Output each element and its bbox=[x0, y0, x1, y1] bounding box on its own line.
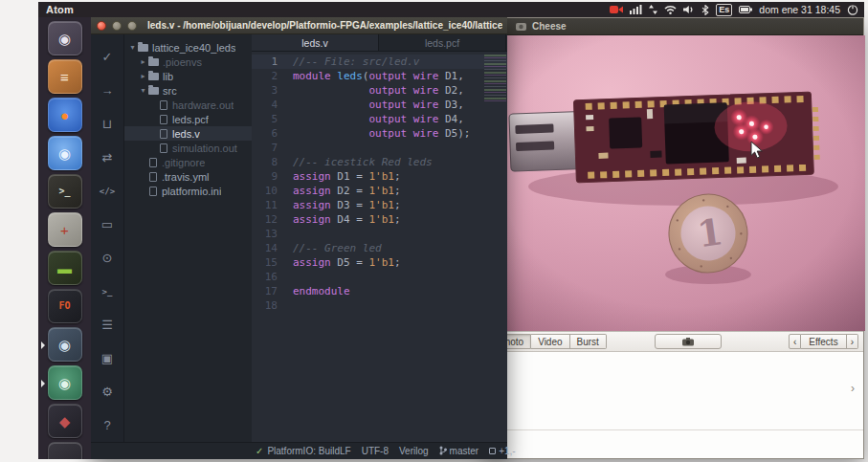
code-line[interactable] bbox=[293, 270, 507, 284]
pio-settings-icon[interactable]: ⚙ bbox=[91, 375, 123, 408]
network-updown-icon[interactable] bbox=[649, 5, 657, 14]
branch-icon bbox=[439, 446, 447, 457]
tree-item-gitignore[interactable]: .gitignore bbox=[124, 155, 252, 169]
camera-tool-icon: ◉ bbox=[58, 338, 71, 352]
launcher-item-power-statistics[interactable]: ▬ bbox=[48, 251, 82, 285]
tree-item-hardware-out[interactable]: hardware.out bbox=[124, 98, 252, 112]
launcher-item-system-settings[interactable]: + bbox=[48, 212, 82, 247]
code-line[interactable] bbox=[293, 298, 507, 313]
tree-item-travis-yml[interactable]: .travis.yml bbox=[124, 169, 252, 184]
code-line[interactable] bbox=[293, 227, 507, 241]
tree-item-simulation-out[interactable]: simulation.out bbox=[124, 141, 252, 155]
code-line[interactable]: assign D5 = 1'b1; bbox=[293, 255, 507, 270]
code-line[interactable]: assign D4 = 1'b1; bbox=[293, 212, 507, 227]
pio-build-icon[interactable]: ✓ bbox=[91, 40, 123, 74]
status-right-group: LFUTF-8Verilogmaster+1,- bbox=[340, 446, 523, 457]
pio-folder-icon[interactable]: ▭ bbox=[91, 208, 123, 241]
system-load-icon[interactable] bbox=[630, 5, 642, 14]
tree-item-leds-v[interactable]: leds.v bbox=[124, 126, 252, 141]
code-area[interactable]: 123456789101112131415161718 //-- File: s… bbox=[252, 52, 507, 442]
take-photo-button[interactable] bbox=[655, 334, 722, 349]
tab-leds-v[interactable]: leds.v bbox=[252, 34, 379, 51]
pio-clean-icon[interactable]: ⊔ bbox=[91, 107, 123, 141]
pio-help-icon[interactable]: ? bbox=[91, 408, 123, 442]
close-button[interactable] bbox=[97, 21, 106, 31]
strip-scroll-next-button[interactable]: › bbox=[846, 380, 859, 397]
launcher-item-media-tool[interactable]: ◆ bbox=[48, 404, 82, 438]
launcher-item-atom-editor[interactable]: ◉ bbox=[48, 365, 82, 400]
line-number: 11 bbox=[252, 198, 278, 212]
maximize-button[interactable] bbox=[127, 21, 137, 31]
status-verilog[interactable]: Verilog bbox=[399, 446, 429, 456]
pio-code-icon[interactable]: </> bbox=[91, 174, 123, 208]
status-1[interactable]: +1,- bbox=[489, 446, 516, 456]
pio-monitor-icon[interactable]: ▣ bbox=[91, 341, 123, 375]
recording-indicator-icon[interactable] bbox=[610, 5, 623, 14]
code-line[interactable] bbox=[293, 141, 507, 155]
tree-item-platformio-ini[interactable]: platformio.ini bbox=[124, 184, 252, 198]
code-line[interactable]: endmodule bbox=[293, 284, 507, 298]
line-number: 8 bbox=[252, 155, 278, 169]
launcher-item-camera-tool[interactable]: ◉ bbox=[48, 327, 82, 362]
keyboard-layout-indicator[interactable]: Es bbox=[716, 4, 732, 16]
volume-icon[interactable] bbox=[683, 5, 695, 14]
tree-item-lib[interactable]: ▸lib bbox=[124, 69, 252, 83]
tree-item-lattice-ice40-leds[interactable]: ▾lattice_ice40_leds bbox=[124, 40, 252, 55]
code-line[interactable]: output wire D3, bbox=[293, 98, 507, 112]
launcher-item-fpga-tool[interactable]: FO bbox=[48, 289, 82, 323]
status-utf-8[interactable]: UTF-8 bbox=[362, 446, 389, 456]
launcher-item-files[interactable]: ≡ bbox=[48, 59, 82, 94]
mode-burst-button[interactable]: Burst bbox=[570, 334, 607, 349]
pio-list-icon[interactable]: ☰ bbox=[91, 308, 123, 341]
cheese-app-icon bbox=[516, 22, 526, 31]
web-browser-icon: ◉ bbox=[58, 146, 71, 161]
chevron-icon: ▸ bbox=[139, 72, 147, 80]
pio-upload-icon[interactable]: → bbox=[91, 74, 123, 107]
tree-item-pioenvs[interactable]: ▸.pioenvs bbox=[124, 55, 252, 69]
launcher-item-firefox[interactable]: ● bbox=[48, 98, 82, 132]
session-power-icon[interactable] bbox=[847, 4, 858, 15]
battery-icon[interactable] bbox=[739, 6, 752, 13]
code-line[interactable]: output wire D2, bbox=[293, 83, 507, 98]
code-line[interactable]: assign D2 = 1'b1; bbox=[293, 184, 507, 198]
webcam-viewport: 1 bbox=[487, 35, 865, 331]
launcher-item-ubuntu-dash[interactable]: ◉ bbox=[48, 21, 82, 55]
pio-find-icon[interactable]: ⊙ bbox=[91, 241, 123, 275]
platformio-build-status[interactable]: ✓ PlatformIO: Build bbox=[256, 446, 340, 456]
atom-titlebar[interactable]: leds.v - /home/obijuan/develop/Platformi… bbox=[91, 17, 507, 34]
code-line[interactable]: module leds(output wire D1, bbox=[293, 69, 507, 83]
tree-item-src[interactable]: ▾src bbox=[124, 83, 252, 98]
code-line[interactable]: output wire D4, bbox=[293, 112, 507, 126]
status-label: master bbox=[450, 446, 479, 456]
code-line[interactable]: //-- Green led bbox=[293, 241, 507, 255]
launcher-item-terminal[interactable]: >_ bbox=[48, 174, 82, 209]
effects-next-button[interactable]: › bbox=[847, 334, 858, 349]
bluetooth-icon[interactable] bbox=[701, 5, 709, 15]
app-menu-atom[interactable]: Atom bbox=[46, 4, 74, 15]
minimize-button[interactable] bbox=[112, 21, 122, 31]
system-settings-icon: + bbox=[60, 223, 69, 237]
editor-pane[interactable]: leds.vleds.pcf 1234567891011121314151617… bbox=[252, 34, 507, 442]
pio-sync-icon[interactable]: ⇄ bbox=[91, 141, 123, 174]
code-line[interactable]: output wire D5); bbox=[293, 126, 507, 141]
pio-terminal-icon[interactable]: >_ bbox=[91, 275, 123, 308]
status-master[interactable]: master bbox=[439, 446, 479, 457]
code-line[interactable]: assign D3 = 1'b1; bbox=[293, 198, 507, 212]
wifi-icon[interactable] bbox=[664, 5, 677, 14]
code-line[interactable]: assign D1 = 1'b1; bbox=[293, 169, 507, 184]
running-indicator bbox=[41, 380, 45, 387]
launcher-item-web-browser[interactable]: ◉ bbox=[48, 136, 82, 170]
code-line[interactable]: //-- File: src/led.v bbox=[293, 55, 507, 69]
effects-button[interactable]: Effects bbox=[801, 334, 846, 349]
minimap[interactable] bbox=[484, 55, 506, 102]
code-line[interactable]: //-- icestick Red leds bbox=[293, 155, 507, 169]
clock[interactable]: dom ene 31 18:45 bbox=[759, 4, 840, 15]
tab-leds-pcf[interactable]: leds.pcf bbox=[379, 34, 506, 51]
code-text[interactable]: //-- File: src/led.vmodule leds(output w… bbox=[287, 55, 507, 442]
cheese-titlebar[interactable]: Cheese bbox=[487, 18, 863, 35]
launcher-item-extra-app[interactable] bbox=[48, 442, 82, 459]
effects-prev-button[interactable]: ‹ bbox=[789, 334, 801, 349]
tree-item-leds-pcf[interactable]: leds.pcf bbox=[124, 112, 252, 126]
status-lf[interactable]: LF bbox=[340, 446, 351, 456]
mode-video-button[interactable]: Video bbox=[531, 334, 569, 349]
